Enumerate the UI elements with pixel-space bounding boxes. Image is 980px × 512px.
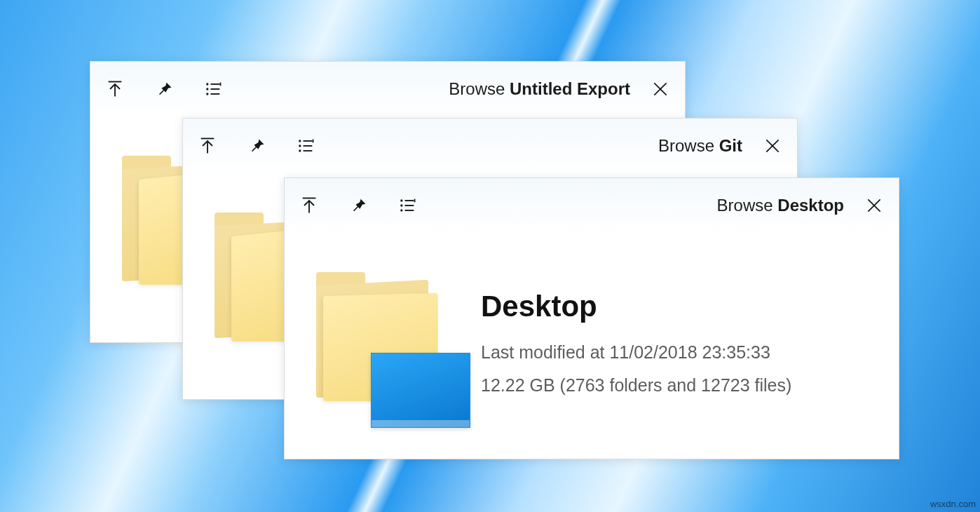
list-settings-icon [296, 136, 315, 156]
svg-point-4 [206, 93, 208, 95]
folder-thumbnail [285, 233, 481, 459]
preview-window-desktop: Browse Desktop Desktop Last modified at … [284, 177, 899, 459]
up-button[interactable] [90, 62, 139, 116]
close-button[interactable] [748, 119, 797, 173]
arrow-up-bar-icon [105, 79, 125, 99]
desktop-overlay-icon [371, 353, 470, 428]
window-title: Browse Untitled Export [449, 79, 630, 99]
preview-body: Desktop Last modified at 11/02/2018 23:3… [285, 233, 899, 459]
svg-point-2 [206, 83, 208, 85]
svg-point-24 [400, 209, 402, 211]
close-button[interactable] [636, 62, 685, 116]
list-settings-icon [397, 196, 417, 215]
browse-target: Git [719, 136, 742, 155]
up-button[interactable] [183, 119, 232, 173]
pin-icon [348, 196, 368, 215]
svg-point-3 [206, 88, 208, 90]
window-title: Browse Desktop [717, 196, 844, 215]
svg-point-23 [400, 204, 402, 206]
pin-icon [154, 79, 174, 99]
svg-point-13 [299, 144, 301, 147]
svg-point-14 [299, 149, 301, 151]
folder-title: Desktop [481, 290, 899, 323]
folder-info: Desktop Last modified at 11/02/2018 23:3… [481, 290, 899, 403]
size-line: 12.22 GB (2763 folders and 12723 files) [481, 369, 899, 403]
options-button[interactable] [383, 178, 432, 233]
last-modified-line: Last modified at 11/02/2018 23:35:33 [481, 336, 899, 370]
arrow-up-bar-icon [299, 196, 319, 215]
pin-button[interactable] [232, 119, 281, 173]
browse-target: Desktop [777, 196, 844, 215]
options-button[interactable] [281, 119, 330, 173]
close-icon [865, 196, 883, 215]
svg-point-12 [299, 140, 301, 142]
pin-icon [247, 136, 266, 156]
close-button[interactable] [850, 178, 899, 233]
pin-button[interactable] [139, 62, 189, 116]
options-button[interactable] [189, 62, 238, 116]
up-button[interactable] [285, 178, 334, 233]
svg-point-22 [400, 199, 402, 201]
browse-prefix: Browse [717, 196, 773, 215]
pin-button[interactable] [334, 178, 383, 233]
close-icon [763, 137, 782, 155]
browse-prefix: Browse [658, 136, 714, 155]
watermark: wsxdn.com [930, 499, 976, 509]
toolbar: Browse Git [183, 119, 797, 173]
list-settings-icon [203, 79, 223, 99]
browse-target: Untitled Export [510, 79, 630, 98]
window-title: Browse Git [658, 136, 742, 156]
toolbar: Browse Untitled Export [90, 62, 685, 116]
toolbar: Browse Desktop [285, 178, 899, 233]
close-icon [651, 80, 669, 98]
arrow-up-bar-icon [198, 136, 217, 156]
browse-prefix: Browse [449, 79, 505, 98]
